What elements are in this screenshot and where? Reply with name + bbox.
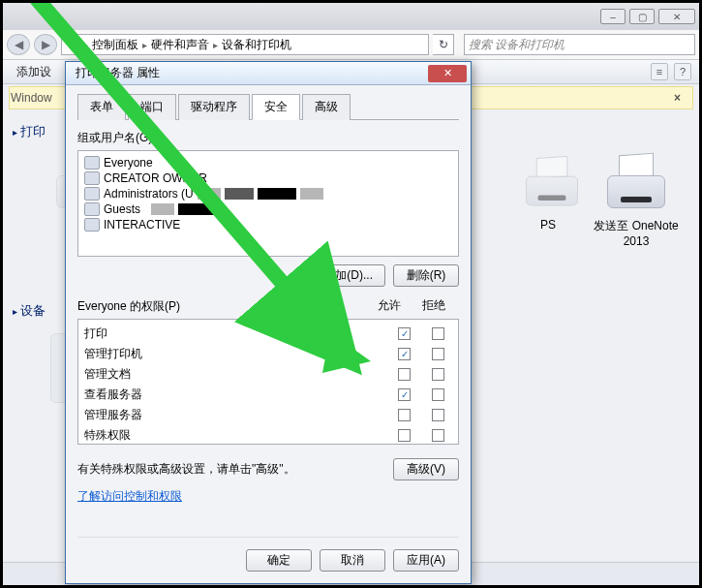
dialog-footer: 确定 取消 应用(A) — [77, 537, 459, 572]
printer-icon — [601, 154, 671, 212]
group-names-label: 组或用户名(G): — [77, 120, 459, 150]
perm-name: 特殊权限 — [84, 427, 398, 444]
deny-checkbox[interactable] — [432, 327, 444, 340]
print-server-properties-dialog: 打印服务器 属性 ✕ 表单 端口 驱动程序 安全 高级 组或用户名(G): Ev… — [65, 61, 472, 584]
view-icon[interactable]: ≡ — [651, 63, 668, 80]
chevron-right-icon: ▸ — [142, 40, 147, 50]
help-icon[interactable]: ? — [674, 63, 691, 80]
deny-checkbox[interactable] — [432, 409, 444, 421]
perm-row: 管理文档 — [84, 364, 452, 385]
group-name: CREATOR OWNER — [104, 171, 207, 185]
perm-name: 管理文档 — [84, 366, 398, 383]
group-icon — [84, 202, 100, 216]
group-name: INTERACTIVE — [104, 218, 180, 232]
chevron-right-icon: ▸ — [213, 40, 218, 50]
remove-group-button[interactable]: 删除(R) — [393, 264, 459, 287]
perm-row: 查看服务器 — [84, 385, 452, 405]
breadcrumb-part[interactable]: 设备和打印机 — [220, 37, 293, 53]
device-item[interactable]: PS — [517, 154, 556, 248]
col-allow: 允许 — [378, 297, 401, 314]
perm-row: 打印 — [84, 324, 452, 344]
close-button[interactable]: ✕ — [658, 9, 695, 24]
perm-name: 管理打印机 — [84, 346, 398, 362]
dialog-title: 打印服务器 属性 — [70, 65, 160, 81]
dialog-titlebar[interactable]: 打印服务器 属性 ✕ — [66, 62, 471, 85]
advanced-button[interactable]: 高级(V) — [393, 458, 459, 480]
group-list[interactable]: Everyone CREATOR OWNER Administrators (U… — [77, 150, 459, 257]
tab-forms[interactable]: 表单 — [77, 94, 126, 120]
perm-row: 管理服务器 — [84, 405, 452, 425]
learn-acl-link[interactable]: 了解访问控制和权限 — [77, 480, 459, 505]
tab-advanced[interactable]: 高级 — [302, 94, 351, 120]
permissions-list: 打印 管理打印机 管理文档 查看服务器 管理服务器 — [77, 319, 459, 445]
refresh-button[interactable]: ↻ — [433, 34, 454, 55]
device-item[interactable]: 发送至 OneNote 2013 — [593, 154, 680, 248]
dialog-close-button[interactable]: ✕ — [428, 65, 467, 82]
breadcrumb-part[interactable]: 控制面板 — [90, 37, 140, 53]
chevron-right-icon: ▸ — [83, 40, 88, 50]
info-close-button[interactable]: × — [670, 91, 685, 105]
col-deny: 拒绝 — [422, 297, 445, 314]
allow-checkbox[interactable] — [398, 327, 411, 340]
device-label: PS — [517, 218, 556, 232]
group-name: Administrators (U — [104, 187, 194, 201]
breadcrumb-part[interactable]: 硬件和声音 — [149, 37, 211, 53]
group-item[interactable]: Administrators (U — [84, 186, 452, 201]
group-item[interactable]: Guests — [84, 201, 452, 217]
perm-name: 查看服务器 — [84, 387, 398, 403]
add-group-button[interactable]: 添加(D)... — [311, 264, 385, 287]
group-name: Guests — [104, 202, 140, 216]
perm-name: 打印 — [84, 325, 398, 342]
device-label: 发送至 OneNote 2013 — [593, 218, 680, 248]
nav-forward-button[interactable]: ▶ — [34, 34, 57, 55]
deny-checkbox[interactable] — [432, 429, 444, 442]
footer-note: 有关特殊权限或高级设置，请单击"高级"。 — [77, 461, 393, 478]
group-name: Everyone — [104, 156, 153, 170]
group-item[interactable]: INTERACTIVE — [84, 217, 452, 232]
allow-checkbox[interactable] — [398, 409, 411, 421]
perm-name: 管理服务器 — [84, 407, 398, 423]
bg-titlebar: – ▢ ✕ — [3, 3, 699, 30]
group-item[interactable]: CREATOR OWNER — [84, 170, 452, 186]
nav-back-button[interactable]: ◀ — [7, 34, 30, 55]
breadcrumb-home-icon[interactable]: 🖥 — [66, 38, 81, 51]
permissions-label: Everyone 的权限(P) — [77, 294, 378, 319]
info-label: Window — [11, 91, 52, 105]
perm-header: 允许 拒绝 — [378, 295, 459, 318]
group-item[interactable]: Everyone — [84, 155, 452, 170]
apply-button[interactable]: 应用(A) — [393, 549, 459, 572]
deny-checkbox[interactable] — [432, 348, 444, 360]
group-icon — [84, 156, 100, 170]
allow-checkbox[interactable] — [398, 348, 411, 360]
nav-bar: ◀ ▶ 🖥 ▸ 控制面板 ▸ 硬件和声音 ▸ 设备和打印机 ↻ 搜索 设备和打印… — [3, 30, 699, 59]
group-icon — [84, 187, 100, 201]
allow-checkbox[interactable] — [398, 368, 411, 381]
minimize-button[interactable]: – — [600, 9, 626, 24]
group-icon — [84, 171, 100, 185]
printer-icon — [521, 157, 584, 209]
ok-button[interactable]: 确定 — [246, 549, 312, 572]
tab-security[interactable]: 安全 — [252, 94, 300, 120]
tabs: 表单 端口 驱动程序 安全 高级 — [77, 93, 459, 120]
tab-drivers[interactable]: 驱动程序 — [178, 94, 250, 120]
perm-row: 管理打印机 — [84, 344, 452, 364]
cancel-button[interactable]: 取消 — [320, 549, 385, 572]
group-icon — [84, 218, 100, 232]
allow-checkbox[interactable] — [398, 388, 411, 401]
breadcrumb[interactable]: 🖥 ▸ 控制面板 ▸ 硬件和声音 ▸ 设备和打印机 — [61, 34, 429, 55]
maximize-button[interactable]: ▢ — [629, 9, 655, 24]
allow-checkbox[interactable] — [398, 429, 411, 442]
search-input[interactable]: 搜索 设备和打印机 — [464, 34, 695, 55]
perm-row: 特殊权限 — [84, 425, 452, 446]
deny-checkbox[interactable] — [432, 388, 444, 401]
add-device-button[interactable]: 添加设 — [11, 62, 57, 82]
tab-ports[interactable]: 端口 — [128, 94, 176, 120]
deny-checkbox[interactable] — [432, 368, 444, 381]
